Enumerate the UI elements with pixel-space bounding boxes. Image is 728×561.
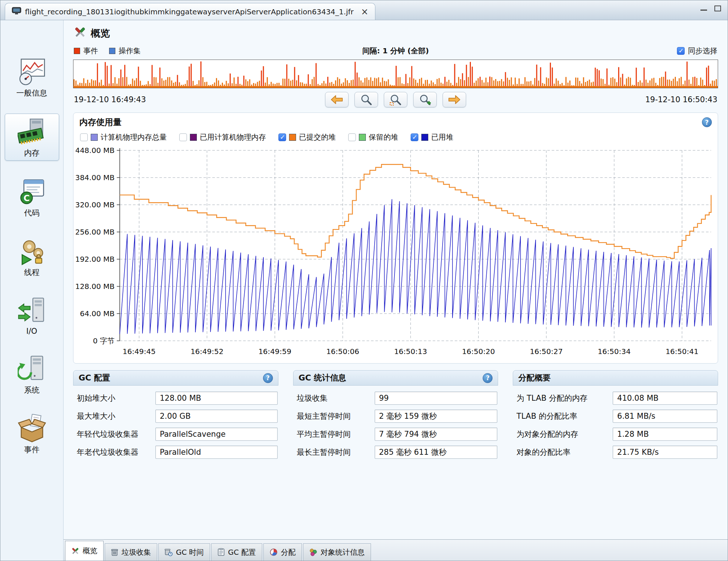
tab-gc-config[interactable]: GC 配置 (211, 543, 262, 561)
sidebar-item-events[interactable]: 事件 (5, 411, 59, 457)
info-row: 平均主暂停时间7 毫秒 794 微秒 (297, 428, 498, 441)
sidebar-item-threads[interactable]: 线程 (5, 233, 59, 280)
tab-label: 垃圾收集 (122, 547, 151, 557)
checkbox-unchecked-icon (80, 133, 88, 141)
zoom-button[interactable] (354, 92, 378, 107)
series-toggle-1[interactable]: 已用计算机物理内存 (179, 132, 266, 142)
gc-config-panel-header: GC 配置? (73, 370, 278, 386)
info-row: 年老代垃圾收集器ParallelOld (77, 446, 278, 459)
value-field[interactable]: 285 毫秒 611 微秒 (375, 446, 498, 459)
back-icon (329, 94, 344, 105)
series-toggle-0[interactable]: 计算机物理内存总量 (80, 132, 167, 142)
clipboard-icon (217, 548, 225, 556)
value-field[interactable]: 6.81 MB/s (613, 410, 717, 423)
svg-text:192.00 MB: 192.00 MB (76, 255, 115, 264)
value-field[interactable]: ParallelOld (155, 446, 278, 459)
gc-stats-panel: GC 统计信息?垃圾收集99最短主暂停时间2 毫秒 159 微秒平均主暂停时间7… (293, 370, 498, 459)
field-label: 为 TLAB 分配的内存 (516, 393, 608, 403)
object-stats-icon (309, 548, 317, 556)
tab-overview[interactable]: 概览 (65, 541, 104, 561)
tab-gc[interactable]: 垃圾收集 (105, 543, 157, 561)
series-toggle-label: 保留的堆 (369, 132, 398, 142)
tab-allocation[interactable]: 分配 (263, 543, 302, 561)
panel-title: GC 统计信息 (299, 372, 346, 383)
panel-title: 分配概要 (518, 372, 551, 383)
tab-gc-time[interactable]: GC 时间 (158, 543, 210, 561)
memory-usage-chart[interactable]: 448.00 MB384.00 MB320.00 MB256.00 MB192.… (73, 144, 718, 362)
memory-usage-panel: 内存使用量 ? 计算机物理内存总量已用计算机物理内存已提交的堆保留的堆已用堆 4… (73, 112, 718, 364)
memory-icon (17, 117, 47, 146)
forward-button[interactable] (443, 92, 466, 107)
sidebar-item-memory[interactable]: 内存 (5, 114, 59, 161)
svg-text:16:50:13: 16:50:13 (394, 347, 427, 356)
svg-text:16:49:52: 16:49:52 (191, 347, 224, 356)
allocation-summary-panel-header: 分配概要 (513, 370, 718, 386)
series-toggle-2[interactable]: 已提交的堆 (278, 132, 336, 142)
series-color-swatch-icon (289, 134, 296, 141)
svg-text:16:50:41: 16:50:41 (666, 347, 699, 356)
series-toggle-3[interactable]: 保留的堆 (348, 132, 398, 142)
svg-text:16:50:34: 16:50:34 (598, 347, 631, 356)
value-field[interactable]: 1.28 MB (613, 428, 717, 441)
memory-usage-title: 内存使用量 (79, 117, 122, 128)
value-field[interactable]: 7 毫秒 794 微秒 (375, 428, 498, 441)
zoom-in-icon (419, 94, 431, 106)
value-field[interactable]: 21.75 KB/s (613, 446, 717, 459)
value-field[interactable]: 410.08 MB (613, 392, 717, 405)
value-field[interactable]: 99 (375, 392, 498, 405)
allocation-summary-panel: 分配概要为 TLAB 分配的内存410.08 MBTLAB 的分配比率6.81 … (513, 370, 718, 459)
io-icon (17, 296, 47, 325)
sidebar-item-label: 内存 (24, 148, 40, 158)
sidebar-item-label: 代码 (24, 208, 40, 218)
value-field[interactable]: ParallelScavenge (155, 428, 278, 441)
file-tab[interactable]: flight_recording_180131iogithubkimmkingg… (5, 3, 375, 20)
close-icon[interactable]: × (361, 7, 368, 16)
legend-label: 事件 (83, 46, 98, 56)
forward-icon (447, 94, 462, 105)
back-button[interactable] (325, 92, 349, 107)
svg-text:0 字节: 0 字节 (93, 336, 115, 345)
sidebar-item-system[interactable]: 系统 (5, 351, 59, 397)
field-label: 为对象分配的内存 (516, 429, 608, 439)
main-content: 概览 事件操作集 间隔: 1 分钟 (全部) 同步选择 19-12-10 16:… (64, 20, 728, 561)
field-label: 年轻代垃圾收集器 (77, 429, 150, 439)
info-row: 初始堆大小128.00 MB (77, 392, 278, 405)
legend-item: 事件 (74, 46, 98, 56)
help-icon[interactable]: ? (483, 373, 493, 383)
svg-text:16:49:45: 16:49:45 (123, 347, 156, 356)
timeline-start-time: 19-12-10 16:49:43 (74, 95, 146, 104)
zoom-in-button[interactable] (413, 92, 437, 107)
trash-clock-icon (165, 548, 173, 556)
sidebar-item-io[interactable]: I/O (5, 293, 59, 338)
pie-icon (270, 548, 278, 556)
general-info-icon (17, 57, 47, 86)
value-field[interactable]: 2.00 GB (155, 410, 278, 423)
threads-icon (17, 236, 47, 266)
field-label: 初始堆大小 (77, 393, 150, 403)
field-label: 最大堆大小 (77, 411, 150, 421)
minimize-button[interactable] (700, 6, 707, 11)
sidebar-item-code[interactable]: C代码 (5, 174, 59, 220)
maximize-button[interactable] (714, 6, 721, 11)
bottom-tab-bar: 概览垃圾收集GC 时间GC 配置分配对象统计信息 (64, 539, 728, 561)
series-toggle-4[interactable]: 已用堆 (411, 132, 453, 142)
sidebar: 一般信息内存C代码线程I/O系统事件 (0, 20, 64, 561)
tab-title: flight_recording_180131iogithubkimmkingg… (25, 7, 354, 16)
sidebar-item-label: 一般信息 (17, 88, 47, 98)
tab-object-stats[interactable]: 对象统计信息 (303, 543, 371, 561)
trash-icon (111, 548, 118, 556)
code-icon: C (17, 177, 47, 206)
checkbox-checked-icon (411, 133, 418, 141)
help-icon[interactable]: ? (702, 117, 712, 127)
value-field[interactable]: 128.00 MB (155, 392, 278, 405)
help-icon[interactable]: ? (263, 373, 273, 383)
sidebar-item-general-info[interactable]: 一般信息 (5, 54, 59, 100)
zoom-selection-button[interactable] (384, 92, 407, 107)
legend-swatch-icon (109, 48, 115, 54)
sync-select-checkbox[interactable]: 同步选择 (677, 46, 717, 56)
svg-text:320.00 MB: 320.00 MB (76, 200, 115, 209)
event-timeline-chart[interactable] (73, 60, 718, 88)
value-field[interactable]: 2 毫秒 159 微秒 (375, 410, 498, 423)
titlebar: flight_recording_180131iogithubkimmkingg… (0, 0, 728, 20)
svg-text:16:49:59: 16:49:59 (258, 347, 291, 356)
